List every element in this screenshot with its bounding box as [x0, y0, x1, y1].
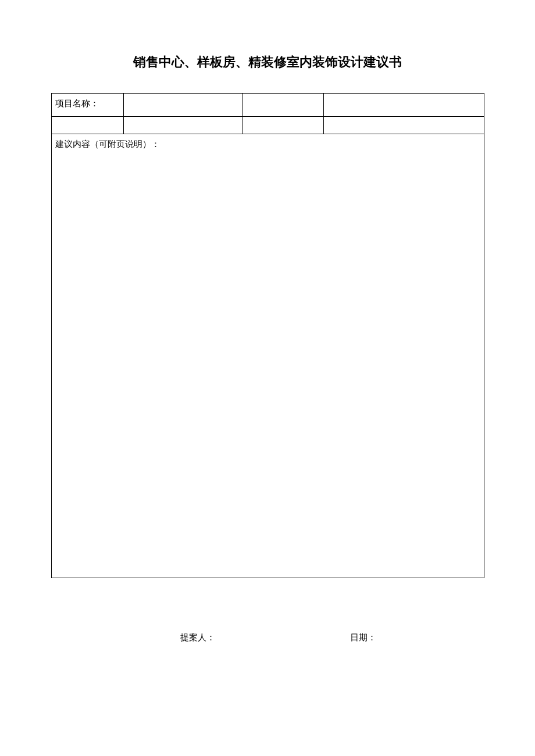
page-title: 销售中心、样板房、精装修室内装饰设计建议书	[0, 0, 535, 93]
cell-r2-c2[interactable]	[124, 117, 242, 134]
table-row	[52, 117, 484, 134]
cell-r2-c1[interactable]	[52, 117, 124, 134]
content-label: 建议内容（可附页说明）：	[55, 139, 160, 149]
project-name-value-cell[interactable]	[124, 94, 242, 117]
cell-r1-c4[interactable]	[324, 94, 484, 117]
cell-r2-c4[interactable]	[324, 117, 484, 134]
table-row: 建议内容（可附页说明）：	[52, 134, 484, 578]
project-name-label-cell: 项目名称：	[52, 94, 124, 117]
cell-r1-c3[interactable]	[242, 94, 324, 117]
cell-r2-c3[interactable]	[242, 117, 324, 134]
form-table: 项目名称： 建议内容（可附页说明）：	[51, 93, 484, 578]
content-cell[interactable]: 建议内容（可附页说明）：	[52, 134, 484, 578]
proposer-label: 提案人：	[180, 632, 215, 643]
date-label: 日期：	[350, 632, 376, 643]
footer-row: 提案人： 日期：	[0, 632, 535, 643]
table-row: 项目名称：	[52, 94, 484, 117]
